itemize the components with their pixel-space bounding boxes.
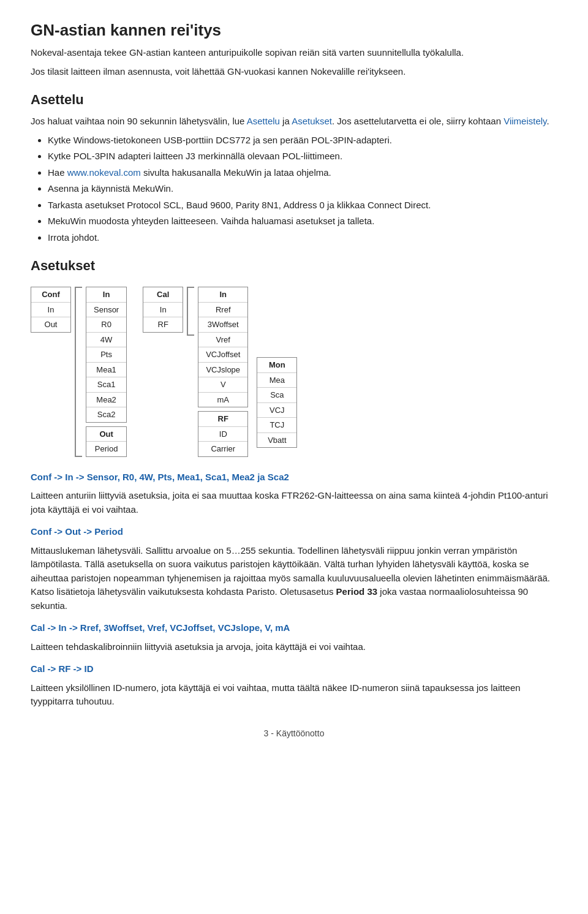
footer-text: 3 - Käyttöönotto	[264, 728, 325, 738]
diag-col2-top: In Sensor R0 4W Pts Mea1 Sca1 Mea2 Sca2	[86, 287, 127, 423]
diag-col3-cal: Cal	[143, 287, 183, 303]
diag-col4-ma: mA	[198, 393, 247, 407]
diag-col2-sca1: Sca1	[86, 377, 126, 393]
diag-col5-mea: Mea	[257, 373, 296, 388]
conf-section-3: Cal -> In -> Rref, 3Woffset, Vref, VCJof…	[31, 621, 557, 654]
conf-section-2-text: Mittauslukeman lähetysväli. Sallittu arv…	[31, 544, 557, 613]
diag-col2-sensor: Sensor	[86, 303, 126, 318]
diag-col2-sca2: Sca2	[86, 407, 126, 422]
nokeval-link[interactable]: www.nokeval.com	[67, 167, 141, 178]
page-footer: 3 - Käyttöönotto	[31, 727, 557, 740]
diag-col4b-id: ID	[198, 427, 247, 442]
diag-col2-mea1: Mea1	[86, 363, 126, 378]
diag-col1-out: Out	[31, 317, 70, 332]
asettelu-para-before: Jos haluat vaihtaa noin 90 sekunnin lähe…	[31, 116, 247, 126]
diag-col4-rref: Rref	[198, 303, 247, 318]
asettelu-bullet-list: Kytke Windows-tietokoneen USB-porttiin D…	[48, 134, 557, 245]
diag-col2-wrapper: In Sensor R0 4W Pts Mea1 Sca1 Mea2 Sca2 …	[86, 287, 127, 457]
asettelu-para-after: . Jos asettelutarvetta ei ole, siirry ko…	[332, 116, 503, 126]
conf-section-3-title: Cal -> In -> Rref, 3Woffset, Vref, VCJof…	[31, 622, 290, 633]
intro-para-1: Nokeval-asentaja tekee GN-astian kanteen…	[31, 46, 557, 60]
diag-col1: Conf In Out	[31, 287, 71, 333]
diag-col5: Mon Mea Sca VCJ TCJ Vbatt	[257, 357, 297, 448]
diag-col2-mea2: Mea2	[86, 393, 126, 408]
diag-col4-bot: RF ID Carrier	[198, 411, 248, 457]
diag-col4-wrapper: In Rref 3Woffset Vref VCJoffset VCJslope…	[198, 287, 248, 457]
asettelu-link3[interactable]: Viimeistely	[503, 116, 546, 126]
asettelu-link1-join: ja	[280, 116, 292, 126]
bullet-5: Tarkasta asetukset Protocol SCL, Baud 96…	[48, 198, 557, 213]
bullet-6: MekuWin muodosta yhteyden laitteeseen. V…	[48, 214, 557, 228]
diag-col5-wrapper: Mon Mea Sca VCJ TCJ Vbatt	[257, 357, 297, 448]
diag-col2b-period: Period	[86, 442, 126, 456]
conf-section-1-title: Conf -> In -> Sensor, R0, 4W, Pts, Mea1,…	[31, 472, 289, 482]
bullet-2: Kytke POL-3PIN adapteri laitteen J3 merk…	[48, 149, 557, 164]
diag-col2-bot: Out Period	[86, 426, 127, 457]
diagram: Conf In Out In Sensor R0 4W Pts Mea1 Sca…	[31, 287, 557, 457]
diag-col2-pts: Pts	[86, 347, 126, 363]
diag-col5-vbatt: Vbatt	[257, 433, 296, 448]
diag-col2-r0: R0	[86, 317, 126, 333]
diag-col3-in: In	[143, 303, 183, 318]
conf-section-1: Conf -> In -> Sensor, R0, 4W, Pts, Mea1,…	[31, 470, 557, 517]
bullet-4: Asenna ja käynnistä MekuWin.	[48, 182, 557, 196]
conf-section-1-text: Laitteen anturiin liittyviä asetuksia, j…	[31, 489, 557, 516]
diag-col4b-carrier: Carrier	[198, 442, 247, 456]
diag-col4-3woffset: 3Woffset	[198, 317, 247, 333]
diag-col5-mon: Mon	[257, 358, 296, 373]
conf-section-2-title: Conf -> Out -> Period	[31, 526, 123, 537]
conf-section-2: Conf -> Out -> Period Mittauslukeman läh…	[31, 525, 557, 613]
diag-col4-top: In Rref 3Woffset Vref VCJoffset VCJslope…	[198, 287, 248, 407]
asetukset-heading: Asetukset	[31, 255, 557, 276]
diag-col4b-rf: RF	[198, 412, 247, 427]
asettelu-link2[interactable]: Asetukset	[292, 116, 332, 126]
diag-col4-in: In	[198, 287, 247, 303]
diag-col1-in: In	[31, 303, 70, 318]
diag-col2-in: In	[86, 287, 126, 303]
page-title: GN-astian kannen rei'itys	[31, 18, 557, 42]
conf-section-4: Cal -> RF -> ID Laitteen yksilöllinen ID…	[31, 662, 557, 709]
asettelu-heading: Asettelu	[31, 89, 557, 110]
diag-col4-vcjslope: VCJslope	[198, 363, 247, 378]
asettelu-para: Jos haluat vaihtaa noin 90 sekunnin lähe…	[31, 115, 557, 129]
diag-col4-v: V	[198, 377, 247, 393]
diag-col5-sca: Sca	[257, 388, 296, 403]
asettelu-para-end: .	[546, 116, 549, 126]
diag-col3: Cal In RF	[143, 287, 183, 333]
diag-col1-conf: Conf	[31, 287, 70, 303]
conf-section-4-text: Laitteen yksilöllinen ID-numero, jota kä…	[31, 681, 557, 709]
asettelu-link1[interactable]: Asettelu	[247, 116, 280, 126]
diag-col4-vref: Vref	[198, 333, 247, 348]
diag-col2b-out: Out	[86, 427, 126, 442]
intro-para-2: Jos tilasit laitteen ilman asennusta, vo…	[31, 65, 557, 79]
diag-col5-vcj: VCJ	[257, 403, 296, 418]
bullet-7: Irrota johdot.	[48, 231, 557, 245]
diag-col3-rf: RF	[143, 317, 183, 332]
conf-section-4-title: Cal -> RF -> ID	[31, 663, 94, 674]
bullet-3: Hae www.nokeval.com sivulta hakusanalla …	[48, 166, 557, 180]
conf-section-3-text: Laitteen tehdaskalibroinniin liittyviä a…	[31, 640, 557, 654]
diag-col4-vcjoffset: VCJoffset	[198, 347, 247, 363]
diag-col2-4w: 4W	[86, 333, 126, 348]
bullet-1: Kytke Windows-tietokoneen USB-porttiin D…	[48, 134, 557, 148]
diag-col5-tcj: TCJ	[257, 418, 296, 433]
